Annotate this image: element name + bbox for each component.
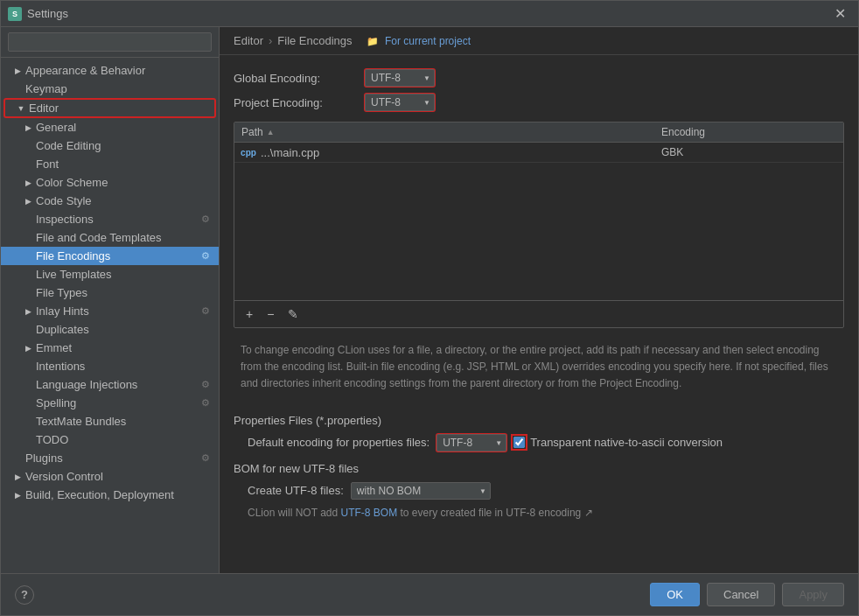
global-encoding-select[interactable]: UTF-8 xyxy=(365,69,435,87)
global-encoding-wrapper: UTF-8 xyxy=(365,69,435,87)
sidebar-item-label: TODO xyxy=(36,433,68,446)
expand-arrow: ▶ xyxy=(11,65,24,77)
dialog-title: Settings xyxy=(27,7,829,20)
app-icon: S xyxy=(8,7,22,21)
expand-arrow xyxy=(22,360,34,373)
note-link[interactable]: UTF-8 BOM xyxy=(341,507,398,519)
sidebar-item-label: Version Control xyxy=(25,470,103,483)
props-encoding-select[interactable]: UTF-8 xyxy=(436,434,506,452)
expand-arrow: ▶ xyxy=(22,342,34,354)
sidebar-item-label: Editor xyxy=(29,102,59,115)
sidebar-item-label: Emmet xyxy=(36,341,72,354)
settings-icon: ⚙ xyxy=(199,250,212,262)
properties-section-title: Properties Files (*.properties) xyxy=(234,414,844,427)
breadcrumb-parent: Editor xyxy=(234,34,263,47)
file-path-cell: cpp ...\main.cpp xyxy=(241,145,661,159)
col-path-header: Path ▲ xyxy=(241,126,661,138)
file-encoding-table: Path ▲ Encoding cpp ...\main.cpp GBK xyxy=(234,122,844,328)
sidebar-item-language-injections[interactable]: Language Injections ⚙ xyxy=(1,375,219,394)
props-encoding-wrapper: UTF-8 xyxy=(436,434,506,452)
right-panel: Editor › File Encodings 📁 For current pr… xyxy=(220,27,858,573)
close-button[interactable]: ✕ xyxy=(829,4,851,24)
remove-row-button[interactable]: − xyxy=(261,304,280,324)
sidebar-item-code-style[interactable]: ▶ Code Style xyxy=(1,192,219,210)
sidebar-item-label: Build, Execution, Deployment xyxy=(25,488,174,501)
sidebar-item-intentions[interactable]: Intentions xyxy=(1,357,219,375)
settings-dialog: S Settings ✕ ▶ Appearance & Behavior Key… xyxy=(0,0,859,616)
sidebar-item-color-scheme[interactable]: ▶ Color Scheme xyxy=(1,173,219,192)
settings-icon: ⚙ xyxy=(199,214,212,226)
sidebar-item-spelling[interactable]: Spelling ⚙ xyxy=(1,394,219,412)
sidebar-item-plugins[interactable]: Plugins ⚙ xyxy=(1,449,219,467)
bottom-bar: ? OK Cancel Apply xyxy=(1,573,858,615)
expand-arrow: ▶ xyxy=(22,177,34,189)
sidebar-item-file-types[interactable]: File Types xyxy=(1,284,219,302)
sidebar-item-label: Inspections xyxy=(36,213,94,226)
expand-arrow: ▼ xyxy=(15,102,27,115)
expand-arrow: ▶ xyxy=(22,122,34,134)
expand-arrow xyxy=(22,140,34,152)
expand-arrow: ▶ xyxy=(22,195,34,207)
expand-arrow xyxy=(22,416,34,428)
sidebar-item-label: Code Editing xyxy=(36,139,101,152)
bom-note: CLion will NOT add UTF-8 BOM to every cr… xyxy=(234,507,844,519)
sidebar-item-label: File and Code Templates xyxy=(36,231,162,244)
sidebar-item-duplicates[interactable]: Duplicates xyxy=(1,320,219,339)
sidebar: ▶ Appearance & Behavior Keymap ▼ Editor … xyxy=(1,27,220,573)
edit-row-button[interactable]: ✎ xyxy=(282,304,304,324)
sidebar-item-label: General xyxy=(36,121,76,134)
sidebar-item-label: Intentions xyxy=(36,360,85,373)
sidebar-item-live-templates[interactable]: Live Templates xyxy=(1,265,219,284)
project-encoding-select[interactable]: UTF-8 xyxy=(365,94,435,111)
project-encoding-row: Project Encoding: UTF-8 xyxy=(234,94,844,111)
bom-section-title: BOM for new UTF-8 files xyxy=(234,462,844,475)
sidebar-item-code-editing[interactable]: Code Editing xyxy=(1,136,219,155)
expand-arrow xyxy=(22,397,34,410)
sidebar-item-appearance[interactable]: ▶ Appearance & Behavior xyxy=(1,61,219,80)
expand-arrow xyxy=(11,83,24,95)
sidebar-item-file-encodings[interactable]: File Encodings ⚙ xyxy=(1,247,219,265)
sidebar-item-textmate-bundles[interactable]: TextMate Bundles xyxy=(1,412,219,430)
sidebar-item-build[interactable]: ▶ Build, Execution, Deployment xyxy=(1,486,219,504)
transparent-checkbox[interactable] xyxy=(513,437,525,448)
transparent-checkbox-label[interactable]: Transparent native-to-ascii conversion xyxy=(530,436,723,449)
help-button[interactable]: ? xyxy=(15,585,34,605)
sidebar-item-label: Code Style xyxy=(36,194,92,207)
sidebar-item-editor[interactable]: ▼ Editor xyxy=(4,99,215,117)
bom-section: BOM for new UTF-8 files Create UTF-8 fil… xyxy=(234,462,844,519)
sidebar-item-font[interactable]: Font xyxy=(1,155,219,173)
table-row[interactable]: cpp ...\main.cpp GBK xyxy=(234,143,843,163)
bom-select[interactable]: with NO BOM with BOM xyxy=(351,482,491,500)
expand-arrow: ▶ xyxy=(11,471,24,483)
cancel-button[interactable]: Cancel xyxy=(707,583,775,606)
sidebar-item-keymap[interactable]: Keymap xyxy=(1,80,219,98)
sidebar-item-file-code-templates[interactable]: File and Code Templates xyxy=(1,228,219,247)
sidebar-item-general[interactable]: ▶ General xyxy=(1,118,219,136)
col-path-label: Path xyxy=(241,126,263,138)
transparent-checkbox-row: Transparent native-to-ascii conversion xyxy=(513,436,723,449)
ok-button[interactable]: OK xyxy=(650,583,700,606)
bom-select-wrapper: with NO BOM with BOM xyxy=(351,482,491,500)
sidebar-item-todo[interactable]: TODO xyxy=(1,430,219,449)
expand-arrow xyxy=(22,250,34,262)
sidebar-item-label: Keymap xyxy=(25,82,67,95)
sidebar-item-inspections[interactable]: Inspections ⚙ xyxy=(1,210,219,228)
apply-button[interactable]: Apply xyxy=(782,583,844,606)
project-encoding-label: Project Encoding: xyxy=(234,96,365,109)
file-icon: cpp xyxy=(241,145,255,159)
panel-body: Global Encoding: UTF-8 Project Encoding:… xyxy=(220,55,858,573)
project-link[interactable]: 📁 For current project xyxy=(367,35,471,47)
add-row-button[interactable]: + xyxy=(240,304,259,324)
expand-arrow xyxy=(22,158,34,171)
expand-arrow xyxy=(22,324,34,336)
project-encoding-wrapper: UTF-8 xyxy=(365,94,435,111)
sidebar-item-label: Appearance & Behavior xyxy=(25,64,145,77)
properties-section: Properties Files (*.properties) Default … xyxy=(234,414,844,452)
expand-arrow xyxy=(22,379,34,391)
sidebar-item-inlay-hints[interactable]: ▶ Inlay Hints ⚙ xyxy=(1,302,219,320)
search-input[interactable] xyxy=(8,32,212,52)
file-path: ...\main.cpp xyxy=(261,146,319,159)
sidebar-item-version-control[interactable]: ▶ Version Control xyxy=(1,467,219,486)
expand-arrow xyxy=(11,452,24,465)
sidebar-item-emmet[interactable]: ▶ Emmet xyxy=(1,339,219,357)
